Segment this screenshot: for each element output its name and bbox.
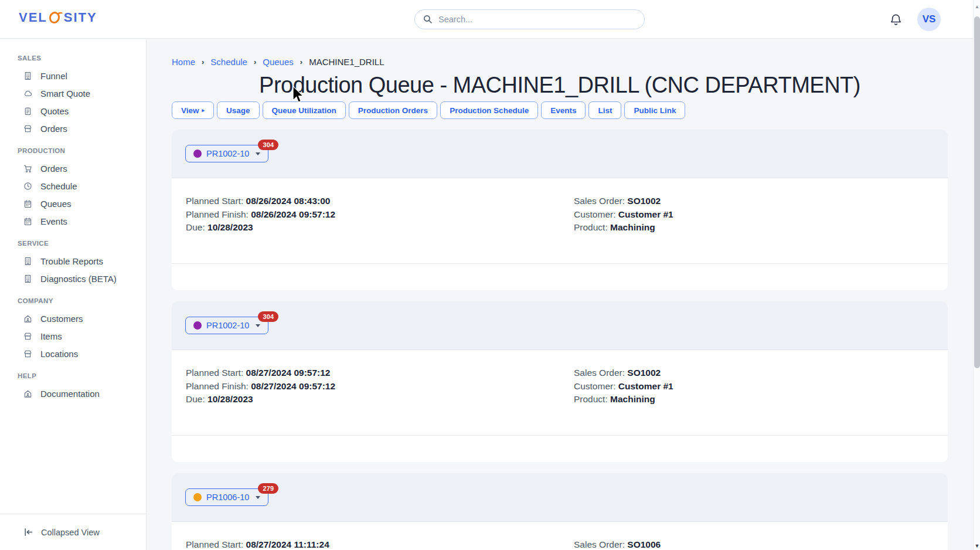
clock-icon [23,182,32,191]
public-link-button[interactable]: Public Link [624,101,685,119]
sidebar-item-queues[interactable]: Queues [0,195,146,212]
queue-card: PR1006-10 279 Planned Start: 08/27/2024 … [172,473,948,550]
queue-card-body: Planned Start: 08/27/2024 11:11:24 Sales… [172,522,948,550]
production-orders-button[interactable]: Production Orders [349,101,437,119]
sidebar-item-orders[interactable]: Orders [0,120,146,137]
breadcrumb-current: MACHINE1_DRILL [309,57,384,67]
details-left-column: Planned Start: 08/27/2024 09:57:12Planne… [172,366,560,435]
detail-value: Machining [610,394,655,404]
toolbar-button-label: Public Link [634,106,676,115]
queue-card: PR1002-10 304 Planned Start: 08/26/2024 … [172,130,948,290]
sidebar-nav: SALESFunnelSmart QuoteQuotesOrdersPRODUC… [0,39,146,514]
sidebar-item-label: Events [40,216,67,226]
sidebar-item-schedule[interactable]: Schedule [0,177,146,195]
detail-line: Planned Start: 08/27/2024 09:57:12 [186,366,560,380]
sidebar-item-quotes[interactable]: Quotes [0,102,146,120]
breadcrumb-separator-icon: › [202,57,204,66]
sidebar-item-locations[interactable]: Locations [0,345,146,362]
production-schedule-button[interactable]: Production Schedule [440,101,538,119]
events-button[interactable]: Events [541,101,586,119]
details-left-column: Planned Start: 08/27/2024 11:11:24 [172,538,560,550]
building-icon [23,274,32,283]
sidebar-item-documentation[interactable]: Documentation [0,385,146,402]
detail-value: Customer #1 [618,209,673,219]
detail-value: 08/27/2024 11:11:24 [246,539,329,549]
detail-line: Customer: Customer #1 [574,208,948,222]
sidebar-item-label: Locations [40,349,78,359]
top-bar: VEL SITY VS [0,0,973,39]
sidebar-item-diagnostics-beta[interactable]: Diagnostics (BETA) [0,270,146,287]
queue-utilization-button[interactable]: Queue Utilization [263,101,346,119]
breadcrumb-separator-icon: › [300,57,302,66]
cart-icon [23,164,32,173]
detail-value: 10/28/2023 [207,394,253,404]
production-order-id: PR1002-10 [206,149,249,158]
production-order-dropdown[interactable]: PR1006-10 279 [185,488,268,506]
calendar-icon [23,217,32,226]
sidebar-item-items[interactable]: Items [0,327,146,345]
detail-line: Sales Order: SO1002 [574,195,948,208]
usage-button[interactable]: Usage [217,101,260,119]
count-badge: 304 [258,140,278,150]
count-badge: 279 [258,483,278,494]
global-search [414,9,645,29]
sidebar-item-trouble-reports[interactable]: Trouble Reports [0,252,146,270]
home-icon [23,314,32,323]
scrollbar-up-arrow-icon[interactable]: ▲ [974,4,980,9]
brand-logo[interactable]: VEL SITY [19,10,97,25]
detail-line: Due: 10/28/2023 [186,393,560,406]
brand-orbit-icon [48,10,63,25]
breadcrumb-link-schedule[interactable]: Schedule [210,57,247,67]
breadcrumb-link-queues[interactable]: Queues [263,57,294,67]
detail-value: Customer #1 [618,381,673,391]
calendar-icon [23,199,32,208]
detail-value: 08/26/2024 09:57:12 [251,209,335,219]
sidebar-section: SERVICETrouble ReportsDiagnostics (BETA) [0,240,146,287]
sidebar-item-orders[interactable]: Orders [0,159,146,177]
sidebar-item-smart-quote[interactable]: Smart Quote [0,84,146,102]
scrollbar-thumb[interactable] [974,16,980,368]
queue-card-body: Planned Start: 08/27/2024 09:57:12Planne… [172,350,948,435]
queue-card-header: PR1006-10 279 [172,473,948,522]
production-order-dropdown[interactable]: PR1002-10 304 [185,145,268,162]
search-input[interactable] [414,9,645,29]
sidebar-section-label: HELP [0,372,146,379]
sidebar-item-label: Documentation [40,389,100,399]
chevron-down-icon [256,496,260,499]
detail-line: Product: Machining [574,221,948,235]
collapse-view-button[interactable]: Collapsed View [0,514,146,550]
page-title: Production Queue - MACHINE1_DRILL (CNC D… [172,72,948,98]
sidebar-section: COMPANYCustomersItemsLocations [0,297,146,362]
scrollbar-down-arrow-icon[interactable]: ▼ [974,543,980,549]
breadcrumb-link-home[interactable]: Home [172,57,195,67]
detail-line: Planned Start: 08/27/2024 11:11:24 [186,538,560,550]
shop-icon [23,124,32,133]
toolbar-button-label: Production Orders [358,106,428,115]
detail-value: SO1002 [627,368,661,378]
chevron-down-icon [256,152,260,155]
production-order-dropdown[interactable]: PR1002-10 304 [185,317,268,334]
search-icon [423,14,433,24]
detail-value: 08/26/2024 08:43:00 [246,196,331,206]
sidebar-item-customers[interactable]: Customers [0,310,146,327]
caret-right-icon: ▸ [202,108,205,113]
building-icon [23,72,32,80]
list-button[interactable]: List [588,101,621,119]
user-avatar[interactable]: VS [917,8,941,31]
sidebar-item-label: Funnel [40,71,67,81]
notifications-bell-icon[interactable] [889,13,903,26]
breadcrumb-separator-icon: › [254,57,256,66]
queue-card-header: PR1002-10 304 [172,130,948,178]
sidebar-item-events[interactable]: Events [0,212,146,230]
page-scrollbar[interactable]: ▲ ▼ [973,0,980,550]
sidebar-item-funnel[interactable]: Funnel [0,67,146,84]
main-content: Home›Schedule›Queues›MACHINE1_DRILL Prod… [147,39,973,550]
production-order-id: PR1002-10 [206,321,249,330]
toolbar-button-label: Events [550,106,576,115]
breadcrumb: Home›Schedule›Queues›MACHINE1_DRILL [172,57,948,67]
queue-card-body: Planned Start: 08/26/2024 08:43:00Planne… [172,178,948,263]
queue-card-footer [172,435,948,462]
collapse-view-label: Collapsed View [41,528,100,537]
chevron-down-icon [256,324,260,327]
view-button[interactable]: View▸ [172,101,214,119]
